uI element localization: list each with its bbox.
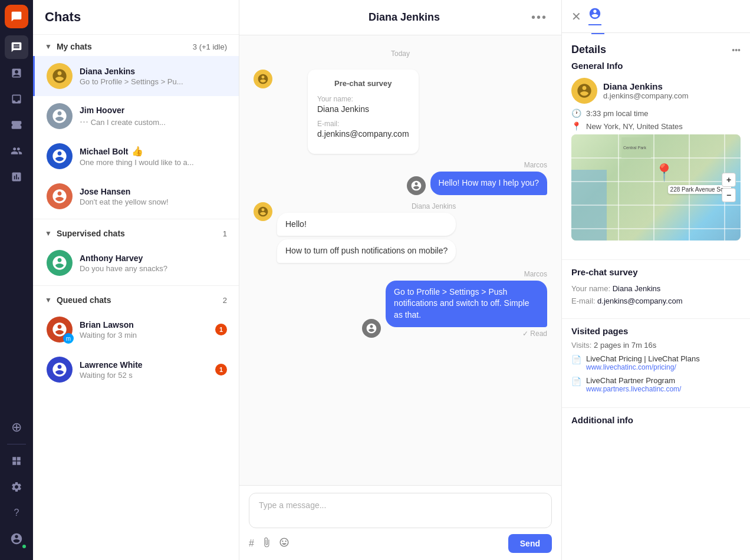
chat-preview-anthony: Do you have any snacks? bbox=[80, 264, 227, 273]
avatar-jose bbox=[47, 183, 73, 209]
bubble-m1: Hello! How may I help you? bbox=[430, 172, 547, 195]
chat-info-jim: Jim Hoover ··· Can I create custom... bbox=[80, 106, 227, 127]
hashtag-tool[interactable]: # bbox=[249, 538, 254, 549]
msg-content-m1: Marcos Hello! How may I help you? bbox=[430, 161, 547, 195]
visits-meta: Visits: 2 pages in 7m 16s bbox=[571, 341, 741, 350]
page-name-1: LiveChat Pricing | LiveChat Plans bbox=[586, 354, 700, 363]
nav-help-icon[interactable]: ? bbox=[5, 501, 28, 525]
date-divider: Today bbox=[254, 50, 547, 58]
survey-name-field: Your name: Diana Jenkins bbox=[317, 95, 409, 114]
page-url-1[interactable]: www.livechatinc.com/pricing/ bbox=[586, 363, 700, 371]
page-url-2[interactable]: www.partners.livechatinc.com/ bbox=[586, 385, 681, 393]
badge-lawrence: 1 bbox=[215, 364, 227, 375]
avatar-lawrence bbox=[47, 357, 73, 383]
nav-analytics-icon[interactable] bbox=[5, 165, 28, 189]
survey-card: Pre-chat survey Your name: Diana Jenkins… bbox=[308, 70, 419, 154]
nav-chats-icon[interactable] bbox=[5, 35, 28, 59]
queued-chevron[interactable]: ▼ bbox=[45, 296, 52, 304]
pre-chat-survey-block: Pre-chat survey Your name: Diana Jenkins… bbox=[562, 267, 750, 318]
chat-info-brian: Brian Lawson Waiting for 3 min bbox=[80, 320, 208, 340]
details-more-button[interactable]: ••• bbox=[732, 45, 741, 55]
messenger-badge-brian: m bbox=[63, 333, 74, 344]
my-chats-label: My chats bbox=[57, 42, 188, 51]
sidebar: Chats ▼ My chats 3 (+1 idle) Diana Jenki… bbox=[33, 0, 239, 560]
rp-icon-group: ✕ bbox=[571, 7, 601, 25]
page-visit-2: 📄 LiveChat Partner Program www.partners.… bbox=[571, 376, 741, 393]
logo-icon[interactable] bbox=[5, 5, 28, 28]
avatar-marcos-1 bbox=[407, 176, 426, 195]
chat-item-diana[interactable]: Diana Jenkins Go to Profile > Settings >… bbox=[33, 56, 239, 96]
nav-grid-icon[interactable] bbox=[5, 449, 28, 473]
visited-pages-title: Visited pages bbox=[571, 326, 741, 336]
emoji-tool[interactable] bbox=[279, 537, 290, 550]
page-name-2: LiveChat Partner Program bbox=[586, 376, 681, 385]
user-info-avatar bbox=[571, 78, 597, 104]
nav-user-icon[interactable] bbox=[5, 527, 28, 551]
chat-item-lawrence[interactable]: Lawrence White Waiting for 52 s 1 bbox=[33, 350, 239, 390]
nav-tickets-icon[interactable] bbox=[5, 113, 28, 137]
queued-count: 2 bbox=[223, 296, 227, 305]
chat-name-diana: Diana Jenkins bbox=[80, 67, 227, 76]
message-row-m1: Marcos Hello! How may I help you? bbox=[254, 161, 547, 195]
chat-item-anthony[interactable]: Anthony Harvey Do you have any snacks? bbox=[33, 243, 239, 283]
pre-chat-survey-title: Pre-chat survey bbox=[571, 267, 741, 277]
chat-name-jim: Jim Hoover bbox=[80, 106, 227, 115]
avatar-jim bbox=[47, 103, 73, 129]
my-chats-count: 3 (+1 idle) bbox=[193, 42, 227, 51]
page-icon-1: 📄 bbox=[571, 355, 581, 364]
chat-item-brian[interactable]: m Brian Lawson Waiting for 3 min 1 bbox=[33, 309, 239, 350]
queued-label: Queued chats bbox=[57, 295, 218, 305]
chat-header-name: Diana Jenkins bbox=[369, 11, 440, 24]
user-profile-icon[interactable] bbox=[588, 7, 601, 25]
chat-item-jose[interactable]: Jose Hansen Don't eat the yellow snow! bbox=[33, 176, 239, 216]
survey-name-value: Diana Jenkins bbox=[317, 104, 409, 114]
diana-bubble-group: Hello! How to turn off push notification… bbox=[277, 213, 456, 263]
chat-item-michael[interactable]: Michael Bolt 👍 One more thing I would li… bbox=[33, 136, 239, 176]
survey-title: Pre-chat survey bbox=[317, 79, 409, 88]
chat-name-jose: Jose Hansen bbox=[80, 187, 227, 196]
attach-tool[interactable] bbox=[261, 537, 272, 550]
chat-input-area: Type a message... # Send bbox=[239, 485, 561, 560]
close-icon[interactable]: ✕ bbox=[571, 9, 581, 24]
map-zoom-out[interactable]: − bbox=[722, 188, 736, 202]
queued-section-header: ▼ Queued chats 2 bbox=[33, 288, 239, 309]
chat-main: Diana Jenkins ••• Today Pre-chat survey … bbox=[239, 0, 561, 560]
page-info-1: LiveChat Pricing | LiveChat Plans www.li… bbox=[586, 354, 700, 371]
details-title: Details bbox=[571, 44, 606, 56]
input-toolbar: # Send bbox=[249, 534, 552, 553]
nav-inbox-icon[interactable] bbox=[5, 87, 28, 111]
nav-settings-icon[interactable] bbox=[5, 475, 28, 499]
send-button[interactable]: Send bbox=[508, 534, 552, 553]
map-container[interactable]: Central Park 📍 228 Park Avenue So... + − bbox=[571, 134, 741, 241]
bubble-m2: Hello! bbox=[277, 213, 456, 236]
survey-email-label-rp: E-mail: bbox=[571, 297, 597, 305]
online-indicator bbox=[21, 543, 27, 549]
bubble-m3: How to turn off push notifications on mo… bbox=[277, 239, 456, 263]
panel-content: Details ••• General Info Diana Jenkins d… bbox=[562, 34, 750, 434]
message-row-m4: Marcos Go to Profile > Settings > Push n… bbox=[254, 270, 547, 338]
survey-name-label: Your name: bbox=[317, 95, 409, 103]
user-info-name: Diana Jenkins bbox=[603, 81, 688, 91]
visits-value: 2 pages in 7m 16s bbox=[594, 341, 656, 350]
my-chats-chevron[interactable]: ▼ bbox=[45, 42, 52, 51]
location-value: New York, NY, United States bbox=[586, 122, 683, 131]
survey-email-value: d.jenkins@company.com bbox=[317, 129, 409, 139]
supervised-chevron[interactable]: ▼ bbox=[45, 229, 52, 238]
sidebar-content: ▼ My chats 3 (+1 idle) Diana Jenkins Go … bbox=[33, 35, 239, 560]
nav-team-icon[interactable] bbox=[5, 139, 28, 163]
diana-sender-label: Diana Jenkins bbox=[277, 202, 456, 210]
chat-item-jim[interactable]: Jim Hoover ··· Can I create custom... bbox=[33, 96, 239, 136]
map-zoom-in[interactable]: + bbox=[722, 173, 736, 187]
message-input[interactable]: Type a message... bbox=[249, 493, 552, 528]
chat-info-diana: Diana Jenkins Go to Profile > Settings >… bbox=[80, 67, 227, 86]
chat-more-button[interactable]: ••• bbox=[531, 11, 547, 24]
chat-preview-michael: One more thing I would like to a... bbox=[80, 158, 227, 167]
divider bbox=[7, 444, 26, 444]
msg-sender-m4: Marcos bbox=[386, 270, 547, 278]
nav-reports-icon[interactable] bbox=[5, 61, 28, 85]
right-panel-header: ✕ bbox=[562, 0, 750, 33]
avatar-michael bbox=[47, 143, 73, 169]
general-info-block: General Info Diana Jenkins d.jenkins@com… bbox=[562, 61, 750, 259]
nav-add-icon[interactable]: ⊕ bbox=[5, 416, 28, 439]
survey-email-val-rp: d.jenkins@company.com bbox=[597, 297, 682, 305]
